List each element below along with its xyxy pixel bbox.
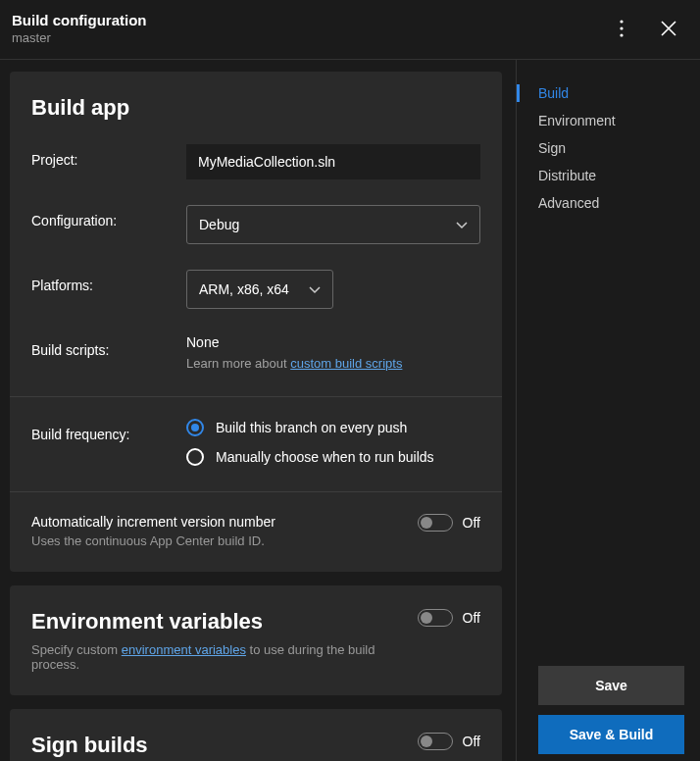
sign-head-left: Sign builds — [31, 733, 418, 758]
platforms-select[interactable]: ARM, x86, x64 — [186, 270, 333, 309]
env-vars-link[interactable]: environment variables — [122, 642, 246, 657]
side-actions: Save Save & Build — [538, 666, 684, 754]
sign-builds-card: Sign builds Off — [10, 709, 502, 761]
header: Build configuration master — [0, 0, 700, 60]
branch-name: master — [12, 30, 146, 45]
nav-item-advanced-label: Advanced — [538, 195, 599, 211]
project-row: Project: MyMediaCollection.sln — [31, 144, 480, 179]
close-icon — [661, 21, 676, 36]
env-toggle-control: Off — [418, 609, 480, 627]
sign-head: Sign builds Off — [31, 733, 480, 758]
header-actions — [610, 17, 680, 40]
chevron-down-icon — [456, 217, 468, 232]
configuration-label: Configuration: — [31, 205, 186, 228]
auto-increment-state: Off — [463, 515, 480, 531]
nav-item-environment[interactable]: Environment — [517, 107, 700, 134]
build-scripts-label: Build scripts: — [31, 334, 186, 358]
nav-item-sign[interactable]: Sign — [517, 134, 700, 162]
save-and-build-button[interactable]: Save & Build — [538, 715, 684, 754]
build-frequency-label: Build frequency: — [31, 419, 186, 442]
env-head: Environment variables Specify custom env… — [31, 609, 480, 672]
auto-increment-text: Automatically increment version number U… — [31, 514, 418, 548]
nav-item-build[interactable]: Build — [517, 79, 700, 107]
sign-title: Sign builds — [31, 733, 418, 758]
env-sub: Specify custom environment variables to … — [31, 642, 404, 672]
svg-point-0 — [620, 20, 623, 23]
sign-toggle[interactable] — [418, 733, 453, 750]
main-panel: Build app Project: MyMediaCollection.sln… — [0, 60, 516, 761]
build-app-title: Build app — [31, 95, 480, 121]
close-button[interactable] — [657, 17, 680, 40]
env-sub-prefix: Specify custom — [31, 642, 122, 657]
nav-item-sign-label: Sign — [538, 140, 566, 156]
save-button[interactable]: Save — [538, 666, 684, 705]
nav-item-environment-label: Environment — [538, 113, 616, 128]
svg-point-1 — [620, 26, 623, 29]
configuration-row: Configuration: Debug — [31, 205, 480, 244]
env-title: Environment variables — [31, 609, 418, 634]
content: Build app Project: MyMediaCollection.sln… — [0, 60, 700, 761]
build-scripts-value: None — [186, 334, 480, 350]
platforms-label: Platforms: — [31, 270, 186, 293]
configuration-value: Debug — [199, 217, 239, 232]
frequency-manual-label: Manually choose when to run builds — [216, 449, 434, 465]
env-vars-card: Environment variables Specify custom env… — [10, 585, 502, 695]
frequency-every-push-label: Build this branch on every push — [216, 420, 407, 435]
env-toggle[interactable] — [418, 609, 453, 627]
page-title: Build configuration — [12, 12, 146, 28]
header-left: Build configuration master — [12, 12, 146, 45]
nav-item-distribute-label: Distribute — [538, 168, 596, 183]
frequency-radio-every-push[interactable]: Build this branch on every push — [186, 419, 480, 436]
project-field-wrap: MyMediaCollection.sln — [186, 144, 480, 179]
chevron-down-icon — [309, 281, 321, 297]
configuration-field-wrap: Debug — [186, 205, 480, 244]
sign-toggle-control: Off — [418, 733, 480, 750]
build-scripts-help-prefix: Learn more about — [186, 356, 290, 371]
frequency-radio-manual[interactable]: Manually choose when to run builds — [186, 448, 480, 466]
platforms-value: ARM, x86, x64 — [199, 281, 289, 297]
nav-item-build-label: Build — [538, 85, 569, 101]
build-frequency-field: Build this branch on every push Manually… — [186, 419, 480, 466]
build-scripts-field: None Learn more about custom build scrip… — [186, 334, 480, 371]
auto-increment-title: Automatically increment version number — [31, 514, 418, 530]
auto-increment-control: Off — [418, 514, 480, 532]
build-scripts-help: Learn more about custom build scripts — [186, 356, 480, 371]
more-vertical-icon — [620, 20, 624, 37]
radio-unchecked-icon — [186, 448, 204, 466]
more-options-button[interactable] — [610, 17, 633, 40]
project-input[interactable]: MyMediaCollection.sln — [186, 144, 480, 179]
env-head-left: Environment variables Specify custom env… — [31, 609, 418, 672]
divider — [10, 491, 502, 492]
configuration-select[interactable]: Debug — [186, 205, 480, 244]
sign-toggle-state: Off — [463, 734, 480, 749]
svg-point-2 — [620, 33, 623, 36]
build-scripts-row: Build scripts: None Learn more about cus… — [31, 334, 480, 371]
nav: Build Environment Sign Distribute Advanc… — [517, 60, 700, 217]
auto-increment-toggle[interactable] — [418, 514, 453, 532]
nav-item-advanced[interactable]: Advanced — [517, 189, 700, 217]
platforms-field-wrap: ARM, x86, x64 — [186, 270, 480, 309]
auto-increment-row: Automatically increment version number U… — [31, 514, 480, 548]
auto-increment-sub: Uses the continuous App Center build ID. — [31, 533, 404, 548]
platforms-row: Platforms: ARM, x86, x64 — [31, 270, 480, 309]
build-app-card: Build app Project: MyMediaCollection.sln… — [10, 72, 502, 572]
custom-build-scripts-link[interactable]: custom build scripts — [290, 356, 402, 371]
nav-item-distribute[interactable]: Distribute — [517, 162, 700, 189]
divider — [10, 396, 502, 397]
build-frequency-row: Build frequency: Build this branch on ev… — [31, 419, 480, 466]
env-toggle-state: Off — [463, 610, 480, 626]
project-label: Project: — [31, 144, 186, 168]
side-panel: Build Environment Sign Distribute Advanc… — [516, 60, 700, 761]
radio-checked-icon — [186, 419, 204, 436]
